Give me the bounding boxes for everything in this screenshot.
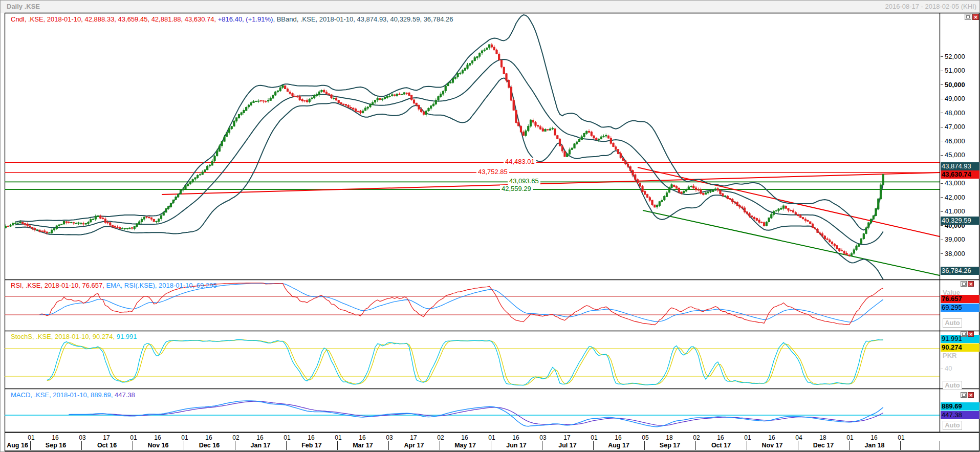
chart-canvas[interactable] bbox=[1, 1, 980, 452]
level-label-0: 44,483.01 bbox=[504, 158, 536, 165]
price-value-badge: 40,329.59 bbox=[941, 217, 980, 225]
stoch-d-line bbox=[47, 340, 883, 385]
price-tick-label: 50,000 bbox=[945, 81, 965, 89]
stoch-tick-dash bbox=[941, 369, 943, 369]
macd-auto-button[interactable]: Auto bbox=[943, 421, 962, 430]
day-tick-label: 02 bbox=[232, 434, 239, 441]
day-tick-label: 16 bbox=[717, 434, 724, 441]
month-separator bbox=[184, 441, 184, 450]
price-tick-label: 42,000 bbox=[945, 193, 965, 201]
price-tick-mark bbox=[941, 99, 943, 99]
month-label: Sep 17 bbox=[660, 442, 680, 449]
month-separator bbox=[133, 441, 133, 450]
day-tick-label: 16 bbox=[615, 434, 621, 441]
main-close-icon[interactable]: ✕ bbox=[972, 14, 979, 20]
month-separator bbox=[388, 441, 389, 450]
day-tick-label: 16 bbox=[308, 434, 314, 441]
change-legend: +816.40, (+1.91%), bbox=[218, 15, 277, 23]
stoch-legend[interactable]: StochS, .KSE, 2018-01-10, 90.274, 91.991 bbox=[11, 333, 137, 340]
price-tick-mark bbox=[941, 155, 943, 156]
price-tick-mark bbox=[941, 183, 943, 184]
month-separator bbox=[695, 441, 696, 450]
price-tick-label: 39,000 bbox=[945, 235, 965, 243]
month-label: Feb 17 bbox=[301, 442, 322, 449]
day-tick-label: 01 bbox=[744, 434, 751, 441]
month-separator bbox=[337, 441, 338, 450]
month-separator bbox=[644, 441, 645, 450]
day-tick-label: 01 bbox=[284, 434, 290, 441]
month-label: Nov 17 bbox=[762, 442, 783, 449]
macd-legend-signal: 447.38 bbox=[115, 391, 135, 399]
price-value-badge: 43,874.93 bbox=[941, 162, 980, 170]
macd-legend[interactable]: MACD, .KSE, 2018-01-10, 889.69, 447.38 bbox=[11, 391, 135, 399]
macd-value-badge: 889.69 bbox=[941, 402, 980, 411]
price-tick-mark bbox=[941, 197, 943, 198]
main-chart-legend[interactable]: Cndl, .KSE, 2018-01-10, 42,888.33, 43,65… bbox=[11, 15, 453, 23]
day-tick-label: 17 bbox=[103, 434, 110, 441]
month-separator bbox=[900, 441, 901, 450]
price-tick-mark bbox=[941, 225, 943, 226]
bband-legend: BBand, .KSE, 2018-01-10, 43,874.93, 40,3… bbox=[277, 15, 453, 23]
rsi-legend-main: RSI, .KSE, 2018-01-10, 76.657, bbox=[11, 282, 106, 289]
price-tick-mark bbox=[941, 127, 943, 127]
price-tick-label: 43,000 bbox=[945, 179, 965, 187]
month-label: Aug 17 bbox=[608, 442, 629, 449]
month-separator bbox=[491, 441, 491, 450]
price-tick-label: 38,000 bbox=[945, 250, 965, 257]
price-tick-label: 46,000 bbox=[945, 137, 965, 145]
bollinger-middle bbox=[15, 59, 883, 245]
day-tick-label: 01 bbox=[181, 434, 188, 441]
rsi-auto-button[interactable]: Auto bbox=[943, 318, 962, 328]
chart-window: Daily .KSE 2016-08-17 - 2018-02-05 (KHI)… bbox=[0, 0, 980, 452]
stoch-40-label: 40 bbox=[945, 364, 952, 372]
rsi-close-icon[interactable]: ✕ bbox=[968, 281, 974, 287]
day-tick-label: 01 bbox=[898, 434, 904, 441]
month-separator bbox=[798, 441, 798, 450]
day-tick-label: 03 bbox=[79, 434, 85, 441]
day-tick-label: 02 bbox=[693, 434, 700, 441]
day-tick-label: 16 bbox=[52, 434, 58, 441]
day-tick-label: 17 bbox=[563, 434, 570, 441]
month-label: Mar 17 bbox=[353, 442, 373, 449]
macd-restore-icon[interactable] bbox=[961, 392, 967, 398]
main-restore-icon[interactable] bbox=[965, 14, 971, 20]
stoch-legend-main: StochS, .KSE, 2018-01-10, 90.274, bbox=[11, 333, 117, 340]
macd-signal-line bbox=[69, 401, 883, 425]
day-tick-label: 16 bbox=[461, 434, 468, 441]
bollinger-lower bbox=[15, 78, 883, 279]
day-tick-label: 01 bbox=[335, 434, 341, 441]
month-label: Jul 17 bbox=[558, 442, 576, 449]
month-label: Dec 17 bbox=[813, 442, 834, 449]
month-separator bbox=[235, 441, 235, 450]
rsi-legend-ema: EMA, RSI(.KSE), 2018-01-10, 69.295 bbox=[106, 282, 216, 289]
month-label: Jan 17 bbox=[251, 442, 271, 449]
day-tick-label: 16 bbox=[256, 434, 263, 441]
day-tick-label: 18 bbox=[666, 434, 672, 441]
macd-close-icon[interactable]: ✕ bbox=[968, 392, 974, 398]
price-tick-label: 51,000 bbox=[945, 67, 965, 74]
rsi-legend[interactable]: RSI, .KSE, 2018-01-10, 76.657, EMA, RSI(… bbox=[11, 282, 217, 289]
stoch-value-badge: 90.274 bbox=[941, 343, 980, 352]
price-tick-mark bbox=[941, 141, 943, 141]
stoch-close-icon[interactable]: ✕ bbox=[968, 331, 974, 337]
month-separator bbox=[747, 441, 747, 450]
month-separator bbox=[286, 441, 287, 450]
level-label-1: 43,752.85 bbox=[476, 168, 509, 176]
macd-legend-main: MACD, .KSE, 2018-01-10, 889.69, bbox=[11, 391, 115, 399]
rsi-restore-icon[interactable] bbox=[961, 281, 967, 287]
month-separator bbox=[849, 441, 850, 450]
price-tick-mark bbox=[941, 240, 943, 240]
month-label: Oct 16 bbox=[97, 442, 117, 449]
price-value-badge: 36,784.26 bbox=[941, 267, 980, 275]
candles-down bbox=[7, 43, 850, 257]
price-value-badge: 43,630.74 bbox=[941, 170, 980, 179]
day-tick-label: 01 bbox=[591, 434, 597, 441]
day-tick-label: 16 bbox=[512, 434, 519, 441]
month-label: Nov 16 bbox=[148, 442, 169, 449]
stoch-auto-button[interactable]: Auto bbox=[943, 381, 962, 390]
day-tick-label: 01 bbox=[130, 434, 137, 441]
month-separator bbox=[81, 441, 82, 450]
level-label-2: 43,093.65 bbox=[508, 177, 540, 185]
stoch-restore-icon[interactable] bbox=[961, 331, 967, 337]
month-label: Oct 17 bbox=[711, 442, 731, 449]
